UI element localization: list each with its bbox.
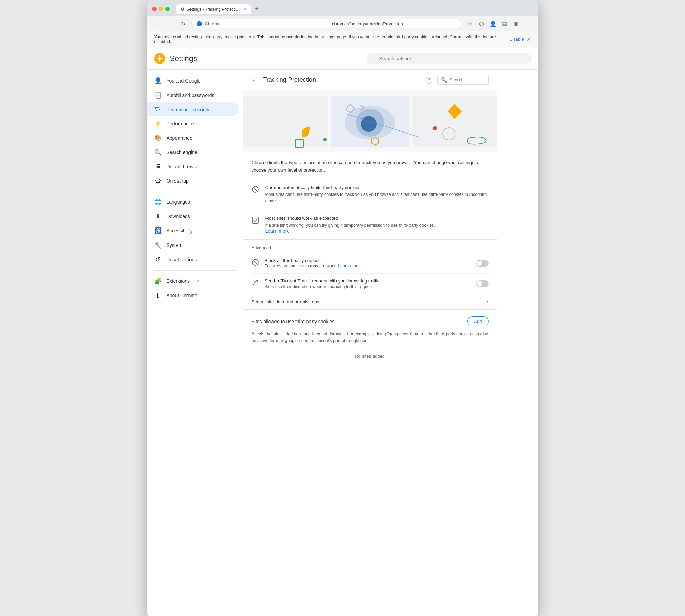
sidebar-item-extensions[interactable]: 🧩 Extensions ↗ — [147, 274, 239, 288]
learn-more-link-block[interactable]: Learn more — [338, 264, 360, 268]
feature-text-cookies: Chrome automatically limits third-party … — [265, 185, 489, 204]
appearance-icon: 🎨 — [154, 134, 162, 142]
accessibility-icon: ♿ — [154, 227, 162, 235]
sites-allowed-section: Sites allowed to use third-party cookies… — [243, 310, 497, 370]
sidebar-item-search-engine[interactable]: 🔍 Search engine — [147, 145, 239, 160]
tab-close-button[interactable]: ✕ — [243, 7, 246, 12]
tab-favicon: ⚙ — [181, 7, 185, 12]
maximize-window-button[interactable] — [165, 7, 170, 11]
system-icon: 🔧 — [154, 241, 162, 249]
sidebar-label-appearance: Appearance — [167, 135, 193, 141]
toggle-content-block-all: Block all third-party cookies Features o… — [265, 258, 472, 268]
sidebar-item-default-browser[interactable]: 🖥 Default browser — [147, 160, 239, 174]
sidebar-item-about[interactable]: ℹ About Chrome — [147, 288, 239, 303]
sidebar-label-you-and-google: You and Google — [167, 78, 201, 84]
sidebar-label-about: About Chrome — [167, 293, 197, 298]
main-content: ← Tracking Protection ? 🔍 — [243, 70, 497, 616]
sidebar-item-downloads[interactable]: ⬇ Downloads — [147, 209, 239, 224]
media-button[interactable]: ▣ — [511, 18, 522, 29]
autofill-icon: 📋 — [154, 91, 162, 99]
advanced-section: Advanced Block all third-party cookies — [243, 240, 497, 294]
profile-button[interactable]: 👤 — [488, 18, 498, 29]
chrome-logo-icon: 🔵 — [196, 21, 202, 26]
toggle-row-block-all: Block all third-party cookies Features o… — [252, 253, 489, 274]
nav-actions: ☆ ⬡ 👤 ▤ ▣ ⋮ — [465, 18, 533, 29]
forward-button[interactable]: → — [165, 18, 175, 29]
sidebar-item-reset[interactable]: ↺ Reset settings — [147, 252, 239, 267]
svg-point-1 — [158, 57, 161, 60]
sidebar-label-default-browser: Default browser — [167, 164, 200, 169]
svg-rect-6 — [243, 96, 328, 147]
banner-disable-link[interactable]: Disable — [510, 37, 524, 42]
banner-text: You have enabled testing third-party coo… — [154, 35, 507, 44]
sidebar-item-on-startup[interactable]: ⏻ On startup — [147, 174, 239, 188]
toggle-desc-block-all: Features on some sites may not work. Lea… — [265, 264, 472, 268]
sidebar-item-autofill[interactable]: 📋 Autofill and passwords — [147, 88, 239, 102]
sidebar-item-accessibility[interactable]: ♿ Accessibility — [147, 224, 239, 238]
browser-brand-label: Chrome — [205, 21, 330, 26]
bookmark-button[interactable]: ☆ — [465, 18, 475, 29]
banner-close-button[interactable]: ✕ — [527, 36, 531, 43]
sidebar-item-you-and-google[interactable]: 👤 You and Google — [147, 74, 239, 88]
block-all-cookies-toggle[interactable] — [476, 260, 489, 267]
settings-title: Settings — [170, 54, 197, 63]
toggle-content-dnt: Send a "Do Not Track" request with your … — [265, 278, 472, 289]
sidebar-item-system[interactable]: 🔧 System — [147, 238, 239, 252]
back-button[interactable]: ← — [152, 18, 162, 29]
privacy-icon: 🛡 — [154, 106, 162, 113]
hero-illustration — [243, 90, 497, 152]
svg-line-19 — [253, 187, 258, 192]
reload-button[interactable]: ↻ — [178, 18, 188, 29]
menu-button[interactable]: ⋮ — [523, 18, 533, 29]
sidebar-label-system: System — [167, 242, 183, 248]
sidebar-button[interactable]: ▤ — [500, 18, 510, 29]
settings-body: 👤 You and Google 📋 Autofill and password… — [147, 70, 538, 616]
sidebar-divider-1 — [154, 191, 236, 191]
traffic-lights — [152, 7, 170, 11]
advanced-label: Advanced — [252, 240, 489, 253]
search-engine-icon: 🔍 — [154, 149, 162, 156]
check-icon — [252, 216, 260, 226]
close-window-button[interactable] — [152, 7, 157, 11]
see-all-site-data-row[interactable]: See all site data and permissions › — [243, 294, 497, 310]
tracking-search-input[interactable] — [450, 77, 485, 83]
active-tab[interactable]: ⚙ Settings - Tracking Protectio... ✕ — [176, 4, 251, 14]
title-bar-top: ⚙ Settings - Tracking Protectio... ✕ + ⌄ — [152, 3, 533, 14]
add-site-button[interactable]: Add — [467, 316, 488, 326]
tracking-back-button[interactable]: ← — [252, 76, 258, 84]
extensions-button[interactable]: ⬡ — [476, 18, 487, 29]
sites-allowed-title: Sites allowed to use third-party cookies — [252, 319, 468, 324]
cookie-block-icon — [252, 186, 260, 195]
see-all-chevron-icon: › — [487, 299, 489, 304]
do-not-track-toggle[interactable] — [476, 280, 489, 287]
svg-point-15 — [433, 126, 437, 130]
feature-desc-cookies: Most sites can't use third-party cookies… — [265, 191, 489, 204]
url-text: chrome://settings/trackingProtection — [332, 21, 457, 26]
sidebar-label-extensions: Extensions — [167, 278, 190, 284]
tab-list-chevron[interactable]: ⌄ — [529, 8, 533, 14]
you-google-icon: 👤 — [154, 77, 162, 85]
tracking-help-button[interactable]: ? — [426, 76, 432, 84]
title-bar: ⚙ Settings - Tracking Protectio... ✕ + ⌄ — [147, 0, 538, 16]
sidebar-label-reset: Reset settings — [167, 257, 197, 262]
nav-bar: ← → ↻ 🔵 Chrome chrome://settings/trackin… — [147, 16, 538, 31]
learn-more-link-1[interactable]: Learn more — [265, 228, 290, 234]
sidebar-item-appearance[interactable]: 🎨 Appearance — [147, 131, 239, 145]
svg-line-24 — [253, 260, 258, 265]
sidebar-item-privacy[interactable]: 🛡 Privacy and security — [147, 102, 239, 116]
svg-point-21 — [255, 190, 256, 191]
sidebar-item-performance[interactable]: ⚡ Performance — [147, 116, 239, 131]
startup-icon: ⏻ — [154, 177, 162, 184]
sidebar-label-autofill: Autofill and passwords — [167, 92, 215, 98]
tracking-search: 🔍 — [437, 75, 489, 85]
settings-search-input[interactable] — [367, 53, 531, 64]
toggle-row-dnt: Send a "Do Not Track" request with your … — [252, 274, 489, 294]
svg-point-17 — [323, 138, 327, 141]
block-all-icon — [252, 259, 260, 268]
address-bar[interactable]: 🔵 Chrome chrome://settings/trackingProte… — [191, 19, 462, 28]
new-tab-button[interactable]: + — [252, 3, 262, 14]
minimize-window-button[interactable] — [159, 7, 163, 11]
tab-title: Settings - Tracking Protectio... — [187, 7, 241, 12]
sidebar-item-languages[interactable]: 🌐 Languages — [147, 195, 239, 209]
help-icon: ? — [426, 77, 432, 84]
